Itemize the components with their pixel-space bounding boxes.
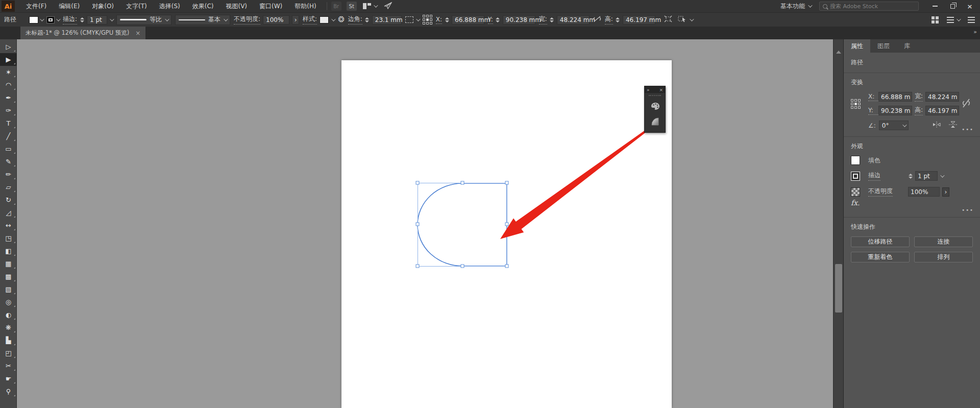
constrain-proportions-icon[interactable] [593, 15, 601, 24]
menu-window[interactable]: 窗口(W) [253, 0, 288, 12]
fill-label[interactable]: 填色 [868, 156, 908, 165]
scrollbar-thumb[interactable] [835, 264, 842, 313]
shaper-tool[interactable]: ✏ [0, 168, 17, 181]
eraser-tool[interactable]: ▱ [0, 181, 17, 194]
tab-libraries[interactable]: 库 [897, 39, 917, 53]
style-swatch[interactable] [320, 16, 329, 23]
select-similar-icon[interactable] [405, 16, 413, 23]
constrain-proportions-icon[interactable] [962, 98, 971, 110]
x-field[interactable]: 66.888 m [878, 92, 912, 102]
arrange-button[interactable]: 排列 [914, 252, 973, 262]
menu-type[interactable]: 文字(T) [120, 0, 153, 12]
chevron-down-icon[interactable] [690, 17, 694, 21]
eyedropper-tool[interactable]: ◎ [0, 296, 17, 308]
y-label[interactable]: Y: [868, 107, 878, 115]
stroke-label[interactable]: 描边 [868, 171, 880, 181]
opacity-expand-button[interactable]: › [292, 15, 299, 25]
document-tab[interactable]: 未标题-1* @ 126% (CMYK/GPU 预览) × [20, 27, 145, 39]
selection-tool[interactable]: ▷ [0, 40, 17, 53]
color-panel-icon[interactable] [645, 99, 666, 114]
gradient-panel-icon[interactable] [645, 114, 666, 129]
menu-effect[interactable]: 效果(C) [186, 0, 220, 12]
gradient-tool[interactable]: ▧ [0, 283, 17, 296]
opacity-field[interactable]: 100% [263, 15, 289, 25]
panel-list-icon[interactable] [947, 17, 954, 23]
y-field[interactable]: 90.238 m [878, 106, 912, 115]
selected-shape-path[interactable] [418, 183, 507, 266]
recolor-artwork-icon[interactable]: ❂ [338, 16, 345, 23]
stroke-weight-field[interactable]: 1 pt [915, 171, 938, 181]
zoom-tool[interactable]: ⚲ [0, 385, 17, 398]
bridge-icon[interactable]: Br [331, 2, 341, 11]
free-transform-tool[interactable]: ◳ [0, 232, 17, 245]
tab-layers[interactable]: 图层 [870, 39, 897, 53]
fill-swatch[interactable] [851, 156, 860, 165]
x-label[interactable]: X: [868, 93, 878, 101]
effects-button[interactable]: fx. [851, 199, 973, 207]
x-field[interactable]: 66.888 mm [452, 15, 484, 25]
floating-panel-expand-icon[interactable]: » [647, 87, 649, 92]
menu-help[interactable]: 帮助(H) [288, 0, 322, 12]
tab-close-icon[interactable]: × [135, 30, 140, 37]
stroke-color-control[interactable] [46, 16, 59, 23]
join-button[interactable]: 连接 [914, 236, 973, 247]
style-label[interactable]: 样式: [303, 15, 317, 25]
height-field[interactable]: 46.197 mm [623, 15, 655, 25]
vertical-scrollbar[interactable] [833, 39, 843, 408]
fill-color-control[interactable] [29, 16, 43, 23]
chevron-down-icon[interactable] [331, 17, 335, 21]
x-stepper[interactable] [445, 17, 449, 22]
recolor-button[interactable]: 重新着色 [851, 252, 910, 262]
share-icon[interactable] [384, 2, 392, 11]
corner-stepper[interactable] [365, 17, 370, 22]
line-segment-tool[interactable]: ╱ [0, 130, 17, 142]
reference-point-locator[interactable] [423, 15, 432, 25]
x-label[interactable]: X: [436, 16, 442, 24]
hand-tool[interactable]: ☛ [0, 372, 17, 385]
stroke-weight-field[interactable]: 1 pt [87, 15, 107, 25]
rectangle-tool[interactable]: ▭ [0, 142, 17, 155]
type-tool[interactable]: T [0, 117, 17, 130]
isolate-selection-icon[interactable] [678, 15, 687, 24]
minimize-button[interactable] [930, 2, 940, 11]
reference-point-locator[interactable] [851, 99, 868, 109]
flip-vertical-icon[interactable] [948, 121, 958, 130]
more-options-icon[interactable]: ••• [962, 207, 974, 213]
stroke-weight-label[interactable]: 描边: [63, 15, 77, 25]
blend-tool[interactable]: ◐ [0, 308, 17, 321]
transform-icon[interactable] [664, 15, 672, 24]
height-label[interactable]: 高: [605, 15, 613, 25]
opacity-icon[interactable] [851, 187, 860, 197]
paintbrush-tool[interactable]: ✎ [0, 155, 17, 168]
offset-path-button[interactable]: 位移路径 [851, 236, 910, 247]
chevron-down-icon[interactable] [940, 173, 944, 177]
lasso-tool[interactable]: ◠ [0, 79, 17, 91]
height-field[interactable]: 46.197 m [925, 106, 959, 115]
perspective-grid-tool[interactable]: ▦ [0, 257, 17, 270]
curvature-tool[interactable]: ✑ [0, 104, 17, 117]
scale-tool[interactable]: ◿ [0, 206, 17, 219]
menu-list-icon[interactable] [968, 17, 975, 23]
corner-field[interactable]: 23.1 mm [372, 15, 402, 25]
menu-object[interactable]: 对象(O) [86, 0, 120, 12]
width-label[interactable]: 宽: [915, 92, 923, 102]
brush-select[interactable]: 基本 [175, 15, 230, 25]
floating-panel-close-icon[interactable]: × [659, 87, 663, 92]
width-field[interactable]: 48.224 mm [557, 15, 590, 25]
shape-builder-tool[interactable]: ◧ [0, 245, 17, 257]
opacity-label[interactable]: 不透明度 [868, 187, 893, 197]
corner-label[interactable]: 边角: [348, 15, 362, 25]
floating-panel-grip[interactable] [649, 95, 661, 98]
width-field[interactable]: 48.224 m [925, 92, 959, 102]
rotate-select[interactable]: 0° [879, 121, 909, 130]
symbol-sprayer-tool[interactable]: ❋ [0, 321, 17, 334]
dock-grid-icon[interactable] [932, 16, 939, 23]
height-label[interactable]: 高: [915, 106, 923, 115]
direct-selection-tool[interactable]: ▶ [0, 53, 17, 66]
rotate-tool[interactable]: ↻ [0, 194, 17, 206]
mesh-tool[interactable]: ▩ [0, 270, 17, 283]
y-label[interactable]: Y: [488, 16, 493, 24]
width-label[interactable]: 宽: [539, 15, 547, 25]
column-graph-tool[interactable]: ▙ [0, 334, 17, 347]
width-profile-select[interactable]: 等比 [116, 15, 172, 25]
